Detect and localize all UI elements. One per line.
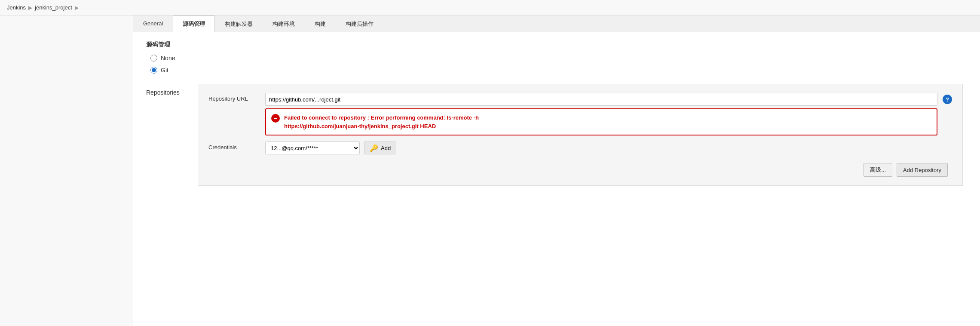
breadcrumb-jenkins[interactable]: Jenkins: [7, 4, 26, 11]
add-credentials-button[interactable]: 🔑 Add: [364, 141, 396, 154]
add-credentials-label: Add: [381, 145, 391, 151]
breadcrumb: Jenkins ▶ jenkins_project ▶: [0, 0, 980, 15]
tab-post-build[interactable]: 构建后操作: [336, 15, 383, 32]
repo-url-row: Repository URL − Failed to connect to re…: [208, 93, 952, 135]
radio-none-label: None: [161, 55, 175, 62]
repo-url-input[interactable]: [265, 93, 937, 106]
sidebar: [0, 15, 133, 326]
radio-none[interactable]: None: [150, 55, 967, 62]
error-line2: https://github.com/juanjuan-thy/jenkins_…: [284, 123, 436, 129]
tab-general[interactable]: General: [133, 15, 173, 32]
error-text: Failed to connect to repository : Error …: [284, 114, 479, 130]
radio-git[interactable]: Git: [150, 67, 967, 74]
breadcrumb-project[interactable]: jenkins_project: [35, 4, 72, 11]
repo-url-control: − Failed to connect to repository : Erro…: [265, 93, 937, 135]
credentials-control: 12...@qq.com/***** 🔑 Add: [265, 141, 952, 154]
radio-git-input[interactable]: [150, 67, 157, 74]
tab-content: 源码管理 None Git Repositories Repos: [133, 32, 980, 326]
repositories-section: Repositories Repository URL − Failed to …: [146, 84, 967, 186]
key-icon: 🔑: [370, 144, 378, 152]
repositories-panel: Repository URL − Failed to connect to re…: [198, 84, 963, 186]
advanced-button[interactable]: 高级...: [864, 163, 892, 177]
radio-group: None Git: [150, 55, 967, 74]
error-box: − Failed to connect to repository : Erro…: [265, 108, 937, 135]
tab-build[interactable]: 构建: [305, 15, 336, 32]
add-repository-button[interactable]: Add Repository: [897, 163, 948, 177]
tab-build-triggers[interactable]: 构建触发器: [215, 15, 263, 32]
content-area: General 源码管理 构建触发器 构建环境 构建 构建后操作 源码管理 No…: [133, 15, 980, 326]
credentials-row: Credentials 12...@qq.com/***** 🔑 Add: [208, 141, 952, 154]
credentials-input-row: 12...@qq.com/***** 🔑 Add: [265, 141, 952, 154]
repositories-label: Repositories: [146, 84, 198, 186]
radio-none-input[interactable]: [150, 55, 157, 62]
tab-source-management[interactable]: 源码管理: [173, 15, 215, 32]
help-button[interactable]: ?: [943, 95, 952, 104]
help-icon-wrap: ?: [943, 93, 952, 104]
section-title: 源码管理: [146, 41, 967, 49]
error-line1: Failed to connect to repository : Error …: [284, 114, 479, 121]
repo-url-label: Repository URL: [208, 93, 260, 102]
tab-build-env[interactable]: 构建环境: [263, 15, 305, 32]
error-icon: −: [271, 114, 280, 123]
breadcrumb-sep-1: ▶: [28, 5, 32, 11]
credentials-select[interactable]: 12...@qq.com/*****: [265, 141, 360, 154]
bottom-actions: 高级... Add Repository: [208, 163, 952, 177]
credentials-label: Credentials: [208, 141, 260, 151]
radio-git-label: Git: [161, 67, 168, 74]
breadcrumb-sep-2: ▶: [75, 5, 79, 11]
tabs-bar: General 源码管理 构建触发器 构建环境 构建 构建后操作: [133, 15, 980, 32]
